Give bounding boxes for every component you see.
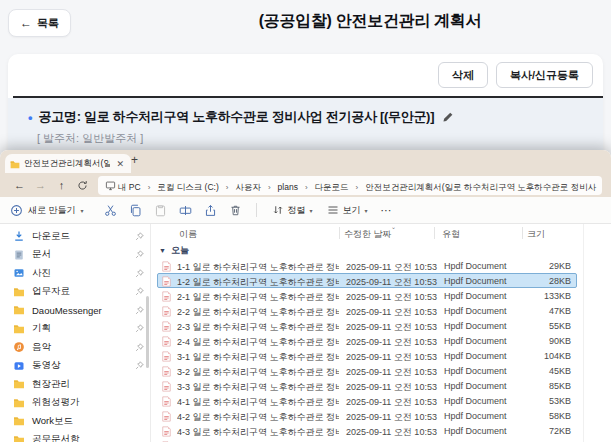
column-guide-line: [583, 224, 584, 442]
rename-icon[interactable]: [173, 201, 198, 219]
new-item-button[interactable]: 새로 만들기 ▾: [10, 204, 84, 217]
file-row[interactable]: 4-2 일로 하수처리구역 노후하수관로 정비사업 전기...2025-09-1…: [157, 408, 577, 423]
sidebar-item-label: Work보드: [32, 415, 73, 428]
tab-close-icon[interactable]: ✕: [114, 159, 126, 169]
delete-icon[interactable]: [223, 201, 248, 219]
delete-button[interactable]: 삭제: [438, 62, 488, 88]
file-size: 53KB: [549, 396, 571, 406]
file-row[interactable]: 1-2 일로 하수처리구역 노후하수관로 정비사업 전기...2025-09-1…: [157, 273, 577, 288]
copy-new-register-button[interactable]: 복사/신규등록: [496, 62, 593, 88]
file-type: Hpdf Document: [444, 276, 507, 286]
sidebar-item-label: 위험성평가: [32, 396, 80, 409]
sidebar-item-다운로드[interactable]: 다운로드: [0, 227, 150, 246]
file-row[interactable]: 4-1 일로 하수처리구역 노후하수관로 정비사업 전기...2025-09-1…: [157, 393, 577, 408]
file-date: 2025-09-11 오전 10:53: [346, 396, 437, 409]
file-type: Hpdf Document: [444, 381, 507, 391]
breadcrumb-item[interactable]: 로컬 디스크 (C:): [157, 182, 218, 192]
share-icon[interactable]: [198, 201, 223, 219]
file-row[interactable]: 3-3 일로 하수처리구역 노후하수관로 정비사업 전기...2025-09-1…: [157, 378, 577, 393]
file-type: Hpdf Document: [444, 411, 507, 421]
document-icon: [13, 249, 25, 261]
file-row[interactable]: 1-1 일로 하수처리구역 노후하수관로 정비사업 전기...2025-09-1…: [157, 258, 577, 273]
paste-icon[interactable]: [148, 201, 173, 219]
cut-icon[interactable]: [98, 201, 123, 219]
file-type: Hpdf Document: [444, 426, 507, 436]
toolbar-separator: [256, 203, 257, 217]
file-date: 2025-09-11 오전 10:53: [346, 411, 437, 424]
sidebar-item-label: 문서: [32, 248, 51, 261]
file-date: 2025-09-11 오전 10:53: [346, 366, 437, 379]
file-row[interactable]: 2-3 일로 하수처리구역 노후하수관로 정비사업 전기...2025-09-1…: [157, 318, 577, 333]
sidebar-item-Work보드[interactable]: Work보드: [0, 412, 150, 431]
column-separator[interactable]: [434, 227, 435, 239]
nav-forward-icon[interactable]: →: [30, 179, 51, 191]
column-type[interactable]: 유형: [442, 228, 460, 241]
sidebar-scrollbar[interactable]: [146, 296, 149, 368]
file-row[interactable]: 4-4 일로 하수처리구역 노후하수관로 정비사업 전기...2025-09-1…: [157, 438, 577, 442]
nav-back-icon[interactable]: ←: [9, 179, 30, 191]
file-row[interactable]: 2-4 일로 하수처리구역 노후하수관로 정비사업 전기...2025-09-1…: [157, 333, 577, 348]
sidebar-item-기획[interactable]: 기획: [0, 320, 150, 339]
pin-icon: [135, 343, 144, 352]
sidebar-item-DaouMessenger[interactable]: DaouMessenger: [0, 301, 150, 320]
back-arrow-icon: ←: [20, 17, 32, 29]
file-type: Hpdf Document: [444, 321, 507, 331]
sidebar-item-사진[interactable]: 사진: [0, 264, 150, 283]
column-separator[interactable]: [522, 227, 523, 239]
copy-icon[interactable]: [123, 201, 148, 219]
breadcrumb-item[interactable]: 안전보건관리계획서(일로 하수처리구역 노후하수관로 정비사: [365, 182, 596, 192]
file-size: 72KB: [549, 426, 571, 436]
nav-refresh-icon[interactable]: [72, 179, 93, 191]
sidebar-item-위험성평가[interactable]: 위험성평가: [0, 394, 150, 413]
sidebar-item-공무문서함[interactable]: 공무문서함: [0, 431, 150, 442]
download-icon: [13, 230, 25, 242]
file-size: 28KB: [549, 276, 571, 286]
chevron-down-icon: ▾: [365, 207, 368, 214]
file-type: Hpdf Document: [444, 336, 507, 346]
column-separator[interactable]: [339, 227, 340, 239]
explorer-tabbar: 안전보건관리계획서(일로 하수 ✕ +: [0, 150, 611, 173]
address-bar[interactable]: 내 PC›로컬 디스크 (C:)›사용자›plans›다운로드›안전보건관리계획…: [98, 176, 602, 195]
sidebar-item-업무자료[interactable]: 업무자료: [0, 283, 150, 302]
breadcrumb-item[interactable]: 다운로드: [315, 182, 349, 192]
video-icon: [13, 360, 25, 372]
edit-pencil-icon[interactable]: [442, 111, 454, 123]
back-to-list-button[interactable]: ← 목록: [8, 9, 71, 37]
new-tab-icon[interactable]: +: [131, 153, 138, 167]
file-date: 2025-09-11 오전 10:53: [346, 306, 437, 319]
music-icon: [13, 341, 25, 353]
breadcrumb-item[interactable]: plans: [278, 182, 298, 192]
sidebar-item-음악[interactable]: 음악: [0, 338, 150, 357]
file-name: 1-2 일로 하수처리구역 노후하수관로 정비사업 전기...: [177, 276, 339, 289]
pin-icon: [135, 269, 144, 278]
folder-icon: [13, 287, 25, 297]
breadcrumb-separator-icon: ›: [261, 183, 278, 192]
sidebar-item-동영상[interactable]: 동영상: [0, 357, 150, 376]
file-row[interactable]: 3-2 일로 하수처리구역 노후하수관로 정비사업 전기...2025-09-1…: [157, 363, 577, 378]
page-title: (공공입찰) 안전보건관리 계획서: [150, 11, 590, 32]
nav-up-icon[interactable]: ↑: [51, 179, 72, 191]
file-row[interactable]: 2-1 일로 하수처리구역 노후하수관로 정비사업 전기...2025-09-1…: [157, 288, 577, 303]
notice-title: 공고명: 일로 하수처리구역 노후하수관로 정비사업 전기공사 [(무안군)]: [39, 108, 435, 126]
sidebar-item-label: 기획: [32, 322, 51, 335]
pin-icon: [135, 306, 144, 315]
more-options-icon[interactable]: ⋯: [381, 204, 393, 217]
column-date-modified[interactable]: 수정한 날짜: [344, 228, 392, 241]
breadcrumb-item[interactable]: 사용자: [235, 182, 261, 192]
file-row[interactable]: 3-1 일로 하수처리구역 노후하수관로 정비사업 전기...2025-09-1…: [157, 348, 577, 363]
column-size[interactable]: 크기: [527, 228, 545, 241]
view-button[interactable]: 보기 ▾: [327, 204, 368, 217]
file-name: 2-2 일로 하수처리구역 노후하수관로 정비사업 전기...: [177, 306, 339, 319]
explorer-tab[interactable]: 안전보건관리계획서(일로 하수 ✕: [5, 154, 131, 173]
sidebar-item-문서[interactable]: 문서: [0, 246, 150, 265]
column-name[interactable]: 이름: [179, 228, 197, 241]
breadcrumb-item[interactable]: 내 PC: [118, 182, 141, 192]
explorer-body: 다운로드문서사진업무자료DaouMessenger기획음악동영상현장관리위험성평…: [0, 224, 611, 442]
sidebar-item-현장관리[interactable]: 현장관리: [0, 375, 150, 394]
file-row[interactable]: 4-3 일로 하수처리구역 노후하수관로 정비사업 전기...2025-09-1…: [157, 423, 577, 438]
file-row[interactable]: 2-2 일로 하수처리구역 노후하수관로 정비사업 전기...2025-09-1…: [157, 303, 577, 318]
file-size: 104KB: [544, 351, 571, 361]
group-header-today[interactable]: ▼ 오늘: [159, 242, 189, 258]
sort-button[interactable]: 정렬 ▾: [272, 204, 313, 217]
file-size: 47KB: [549, 306, 571, 316]
